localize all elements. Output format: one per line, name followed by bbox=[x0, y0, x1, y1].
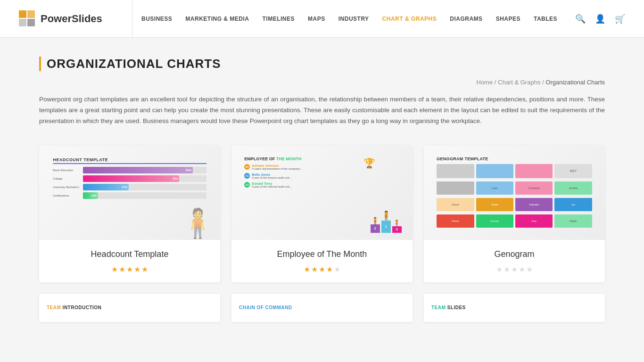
nav-marketing[interactable]: MARKETING & MEDIA bbox=[185, 16, 249, 22]
genogram-preview: GENOGRAM TEMPLATE KEY Liam Charlotte Ame… bbox=[433, 153, 596, 233]
card-headcount-name: Headcount Template bbox=[49, 249, 211, 259]
emp-info-1: Adriana Johnson A sales representative o… bbox=[252, 164, 302, 170]
emp-preview-title: EMPLOYEE OF THE MONTH bbox=[244, 156, 400, 161]
gen-cell-15: Ava bbox=[515, 214, 553, 228]
card-genogram-info: Genogram ★ ★ ★ ★ ★ bbox=[424, 240, 605, 282]
bar-label-4: Certifications bbox=[53, 194, 81, 197]
gen-star-1: ★ bbox=[496, 265, 503, 274]
cards-grid: HEADCOUNT TEMPLATE Basic Education 89% C… bbox=[39, 146, 605, 282]
team-slides-label2: SLIDES bbox=[446, 305, 465, 310]
employee-preview: EMPLOYEE OF THE MONTH 🏆 01 Adriana Johns… bbox=[240, 153, 404, 233]
trophy-icon: 🏆 bbox=[363, 157, 375, 169]
nav-timelines[interactable]: TIMELINES bbox=[263, 16, 295, 22]
svg-rect-0 bbox=[19, 10, 26, 18]
gen-cell-5 bbox=[437, 181, 474, 195]
card-employee-stars: ★ ★ ★ ★ ★ bbox=[241, 265, 403, 274]
emp-num-1: 01 bbox=[244, 164, 250, 170]
bar-fill-4: 12% bbox=[83, 192, 98, 199]
breadcrumb-current: Organizational Charts bbox=[545, 79, 605, 86]
cart-icon[interactable]: 🛒 bbox=[615, 14, 625, 24]
card-team-intro[interactable]: TEAM INTRODUCTION bbox=[39, 294, 220, 322]
page-title: ORGANIZATIONAL CHARTS bbox=[39, 57, 605, 71]
nav-diagrams[interactable]: DIAGRAMS bbox=[450, 16, 482, 22]
podium-2: 🧍 2 bbox=[371, 217, 380, 233]
nav-business[interactable]: BUSINESS bbox=[141, 16, 172, 22]
bar-fill-3: 37% bbox=[83, 184, 129, 190]
nav-shapes[interactable]: SHAPES bbox=[496, 16, 520, 22]
nav-tables[interactable]: TABLES bbox=[534, 16, 557, 22]
emp-star-1: ★ bbox=[304, 265, 310, 274]
card-headcount-image: HEADCOUNT TEMPLATE Basic Education 89% C… bbox=[39, 146, 220, 240]
card-genogram[interactable]: GENOGRAM TEMPLATE KEY Liam Charlotte Ame… bbox=[424, 146, 605, 282]
emp-num-3: 03 bbox=[244, 182, 250, 188]
bottom-cards: TEAM INTRODUCTION CHAIN OF COMMAND TEAM … bbox=[39, 294, 605, 322]
figure-silhouette: 🧍 bbox=[180, 206, 215, 240]
bar-track-4: 12% bbox=[83, 192, 206, 199]
gen-cell-9: Grant bbox=[437, 198, 474, 211]
card-team-slides[interactable]: TEAM SLIDES bbox=[424, 294, 605, 322]
team-slides-label: TEAM SLIDES bbox=[431, 305, 466, 310]
bar-track-2: 78% bbox=[83, 175, 206, 182]
nav-charts[interactable]: CHART & GRAPHS bbox=[382, 16, 437, 22]
header-divider bbox=[132, 0, 132, 37]
gen-star-3: ★ bbox=[511, 265, 518, 274]
star-4: ★ bbox=[134, 265, 140, 274]
emp-info-3: Donald Terry A part of the internal audi… bbox=[252, 182, 292, 188]
gen-cell-1 bbox=[437, 164, 474, 178]
gen-cell-14: Emma bbox=[476, 214, 513, 228]
card-headcount-stars: ★ ★ ★ ★ ★ bbox=[49, 265, 211, 274]
emp-star-2: ★ bbox=[311, 265, 318, 274]
gen-cell-8: Amelia bbox=[554, 181, 592, 195]
emp-name-2: Bella Jones bbox=[252, 173, 291, 176]
podium-1: 🧍 1 bbox=[381, 210, 391, 233]
bar-row-4: Certifications 12% bbox=[53, 192, 206, 199]
bar-fill-2: 78% bbox=[83, 175, 179, 182]
bar-label-3: University Bachelor's bbox=[53, 186, 81, 189]
team-slides-accent: TEAM bbox=[431, 305, 446, 310]
search-icon[interactable]: 🔍 bbox=[575, 14, 586, 24]
gen-cell-13: Oliver bbox=[437, 214, 474, 228]
nav-industry[interactable]: INDUSTRY bbox=[339, 16, 369, 22]
gen-star-4: ★ bbox=[519, 265, 525, 274]
gen-cell-11: Isabella bbox=[515, 198, 553, 211]
emp-item-2: 02 Bella Jones A part of the finance aud… bbox=[244, 173, 400, 179]
breadcrumb-section[interactable]: Chart & Graphs bbox=[498, 79, 540, 86]
card-headcount[interactable]: HEADCOUNT TEMPLATE Basic Education 89% C… bbox=[39, 146, 220, 282]
emp-desc-1: A sales representative of the company... bbox=[252, 167, 302, 170]
emp-figures: 🧍 2 🧍 1 🧍 3 bbox=[371, 210, 402, 233]
emp-desc-2: A part of the finance audit unit... bbox=[252, 176, 291, 179]
bar-row-3: University Bachelor's 37% bbox=[53, 184, 206, 190]
breadcrumb-home[interactable]: Home bbox=[477, 79, 493, 86]
bar-track-3: 37% bbox=[83, 184, 206, 190]
chain-command-label: CHAIN OF COMMAND bbox=[239, 305, 292, 310]
svg-rect-3 bbox=[27, 19, 35, 26]
user-icon[interactable]: 👤 bbox=[595, 14, 605, 24]
card-chain-command[interactable]: CHAIN OF COMMAND bbox=[231, 294, 413, 322]
breadcrumb: Home / Chart & Graphs / Organizational C… bbox=[39, 79, 605, 86]
emp-star-3: ★ bbox=[319, 265, 325, 274]
bar-label-2: College bbox=[53, 177, 81, 180]
gen-cell-16: Elijah bbox=[554, 214, 592, 228]
headcount-preview-title: HEADCOUNT TEMPLATE bbox=[53, 157, 206, 164]
gen-cell-10: Noah bbox=[476, 198, 513, 211]
emp-star-4: ★ bbox=[326, 265, 333, 274]
podium-box-1: 1 bbox=[381, 221, 391, 233]
bar-label-1: Basic Education bbox=[53, 169, 81, 172]
star-5: ★ bbox=[141, 265, 148, 274]
emp-info-2: Bella Jones A part of the finance audit … bbox=[252, 173, 291, 179]
page-description: Powerpoint org chart templates are an ex… bbox=[39, 94, 605, 127]
emp-name-1: Adriana Johnson bbox=[252, 164, 302, 167]
svg-rect-1 bbox=[27, 10, 35, 18]
header: PowerSlides BUSINESS MARKETING & MEDIA T… bbox=[0, 0, 644, 38]
logo-icon bbox=[19, 10, 36, 27]
team-intro-label: TEAM INTRODUCTION bbox=[47, 305, 101, 310]
star-3: ★ bbox=[126, 265, 133, 274]
emp-item-3: 03 Donald Terry A part of the internal a… bbox=[244, 182, 400, 188]
nav-maps[interactable]: MAPS bbox=[308, 16, 325, 22]
bar-row-1: Basic Education 89% bbox=[53, 167, 206, 173]
card-genogram-name: Genogram bbox=[433, 249, 595, 259]
logo[interactable]: PowerSlides bbox=[19, 10, 123, 27]
emp-num-2: 02 bbox=[244, 173, 250, 179]
bar-track-1: 89% bbox=[83, 167, 206, 173]
card-employee[interactable]: EMPLOYEE OF THE MONTH 🏆 01 Adriana Johns… bbox=[231, 146, 413, 282]
